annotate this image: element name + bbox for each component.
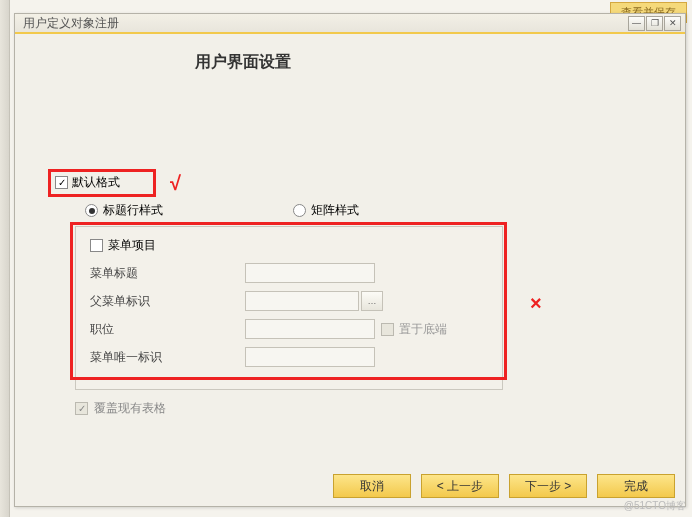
close-button[interactable]: ✕: [664, 16, 681, 31]
default-format-label: 默认格式: [72, 174, 120, 191]
page-title: 用户界面设置: [195, 52, 291, 73]
menu-item-label: 菜单项目: [108, 237, 156, 254]
menu-unique-id-label: 菜单唯一标识: [90, 349, 245, 366]
menu-title-label: 菜单标题: [90, 265, 245, 282]
watermark: @51CTO博客: [624, 499, 686, 513]
parent-menu-id-browse-button[interactable]: …: [361, 291, 383, 311]
place-at-bottom-label: 置于底端: [399, 321, 447, 338]
dialog-window: 用户定义对象注册 — ❐ ✕ 用户界面设置 ✓ 默认格式 √ 标题行样式 矩阵样…: [14, 13, 686, 507]
parent-menu-id-input[interactable]: [245, 291, 359, 311]
window-title: 用户定义对象注册: [23, 15, 628, 32]
titlebar: 用户定义对象注册 — ❐ ✕: [15, 14, 685, 34]
title-row-style-radio[interactable]: [85, 204, 98, 217]
matrix-style-radio[interactable]: [293, 204, 306, 217]
cancel-button[interactable]: 取消: [333, 474, 411, 498]
place-at-bottom-checkbox[interactable]: [381, 323, 394, 336]
position-input[interactable]: [245, 319, 375, 339]
position-label: 职位: [90, 321, 245, 338]
next-button[interactable]: 下一步 >: [509, 474, 587, 498]
prev-button[interactable]: < 上一步: [421, 474, 499, 498]
menu-unique-id-input[interactable]: [245, 347, 375, 367]
menu-settings-group: 菜单项目 菜单标题 父菜单标识 … 职位 置于底端 菜单唯一标识: [75, 226, 503, 390]
menu-title-input[interactable]: [245, 263, 375, 283]
cover-existing-label: 覆盖现有表格: [94, 400, 166, 417]
annotation-check-icon: √: [170, 172, 181, 195]
minimize-button[interactable]: —: [628, 16, 645, 31]
title-row-style-label: 标题行样式: [103, 202, 163, 219]
parent-menu-id-label: 父菜单标识: [90, 293, 245, 310]
matrix-style-label: 矩阵样式: [311, 202, 359, 219]
cover-existing-checkbox: ✓: [75, 402, 88, 415]
menu-item-checkbox[interactable]: [90, 239, 103, 252]
finish-button[interactable]: 完成: [597, 474, 675, 498]
restore-button[interactable]: ❐: [646, 16, 663, 31]
default-format-checkbox[interactable]: ✓: [55, 176, 68, 189]
annotation-x-icon: ×: [530, 292, 542, 315]
